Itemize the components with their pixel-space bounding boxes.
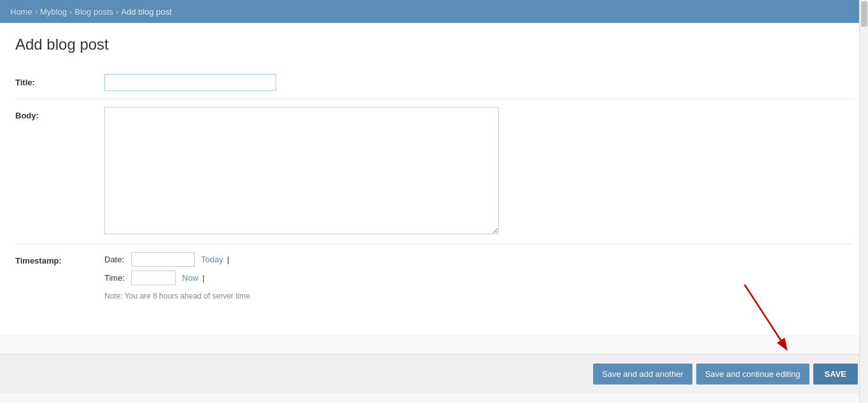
time-label: Time: — [104, 273, 127, 283]
time-line: Time: Now | — [104, 271, 853, 285]
body-textarea[interactable] — [104, 107, 499, 234]
breadcrumb-bar: Home › Myblog › Blog posts › Add blog po… — [0, 0, 868, 23]
date-label: Date: — [104, 255, 127, 264]
save-add-another-button[interactable]: Save and add another — [593, 364, 692, 385]
breadcrumb-sep-3: › — [116, 7, 118, 17]
body-form-row: Body: — [15, 99, 853, 244]
body-label: Body: — [15, 107, 104, 120]
main-content: Add blog post Title: Body: Timestamp: — [0, 23, 868, 335]
timestamp-fields: Date: Today | Time: Now | Note: You are … — [104, 252, 853, 300]
breadcrumb-sep-1: › — [35, 7, 38, 17]
scrollbar[interactable] — [859, 0, 868, 403]
blog-post-form: Title: Body: Timestamp: Date: Today — [15, 66, 853, 308]
breadcrumb-sep-2: › — [69, 7, 72, 17]
time-pipe: | — [202, 273, 204, 283]
date-pipe: | — [227, 255, 229, 264]
breadcrumb-myblog[interactable]: Myblog — [40, 7, 67, 17]
title-label: Title: — [15, 74, 104, 87]
timestamp-label: Timestamp: — [15, 252, 104, 265]
timestamp-field-wrapper: Date: Today | Time: Now | Note: You are … — [104, 252, 853, 300]
action-bar: Save and add another Save and continue e… — [0, 354, 868, 393]
breadcrumb-home[interactable]: Home — [10, 7, 32, 17]
title-field-wrapper — [104, 74, 853, 91]
breadcrumb-blogposts[interactable]: Blog posts — [74, 7, 113, 17]
time-input[interactable] — [131, 271, 176, 285]
today-link[interactable]: Today — [201, 255, 223, 264]
body-field-wrapper — [104, 107, 853, 236]
date-input[interactable] — [131, 252, 195, 267]
now-link[interactable]: Now — [182, 273, 199, 283]
save-button[interactable]: SAVE — [813, 364, 858, 385]
date-line: Date: Today | — [104, 252, 853, 267]
title-input[interactable] — [104, 74, 276, 91]
timestamp-form-row: Timestamp: Date: Today | Time: Now — [15, 244, 853, 308]
scrollbar-thumb[interactable] — [861, 1, 867, 27]
title-form-row: Title: — [15, 66, 853, 99]
timestamp-note: Note: You are 8 hours ahead of server ti… — [104, 292, 853, 300]
save-continue-editing-button[interactable]: Save and continue editing — [696, 364, 809, 385]
page-title: Add blog post — [15, 36, 853, 53]
breadcrumb-current: Add blog post — [121, 7, 172, 17]
